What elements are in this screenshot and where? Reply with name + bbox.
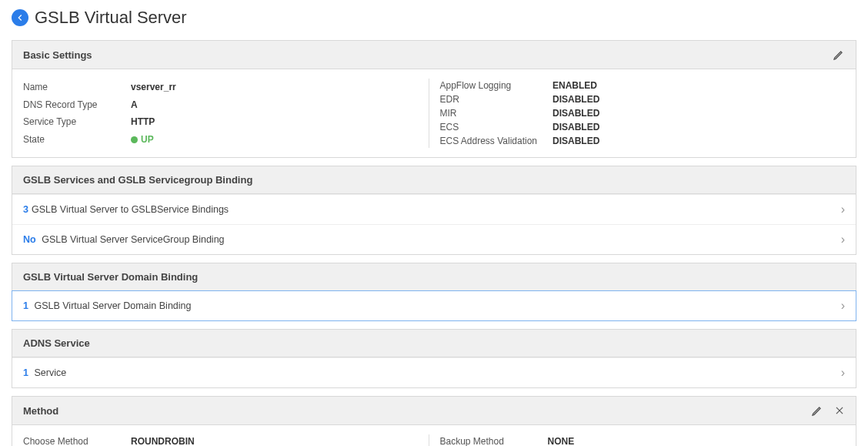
- pencil-icon: [833, 49, 845, 61]
- adns-service-row[interactable]: 1 Service ›: [12, 357, 856, 387]
- svc-label: Service Type: [23, 113, 131, 131]
- pencil-icon: [811, 404, 823, 417]
- svc-value: HTTP: [131, 113, 429, 131]
- appflow-label: AppFlow Logging: [440, 79, 553, 92]
- chevron-right-icon: ›: [841, 203, 845, 216]
- basic-left-column: Namevserver_rr DNS Record TypeA Service …: [23, 79, 429, 148]
- mir-label: MIR: [440, 106, 553, 120]
- section-title: GSLB Services and GSLB Servicegroup Bind…: [23, 174, 252, 186]
- basic-settings-header: Basic Settings: [12, 41, 856, 69]
- choose-value: ROUNDROBIN: [131, 434, 429, 446]
- binding-text: GSLB Virtual Server ServiceGroup Binding: [42, 234, 224, 245]
- chevron-right-icon: ›: [841, 299, 845, 313]
- adns-section: ADNS Service 1 Service ›: [12, 329, 856, 388]
- binding-text: GSLB Virtual Server to GSLBService Bindi…: [32, 204, 229, 215]
- services-section: GSLB Services and GSLB Servicegroup Bind…: [12, 166, 856, 255]
- domain-binding-row[interactable]: 1 GSLB Virtual Server Domain Binding ›: [12, 290, 856, 321]
- domain-binding-header: GSLB Virtual Server Domain Binding: [12, 263, 856, 291]
- close-icon: [834, 405, 845, 416]
- method-header: Method: [12, 397, 856, 425]
- ecsval-label: ECS Address Validation: [440, 134, 553, 148]
- basic-right-column: AppFlow LoggingENABLED EDRDISABLED MIRDI…: [429, 79, 846, 148]
- dns-value: A: [131, 96, 429, 114]
- edit-button[interactable]: [833, 49, 845, 61]
- dns-label: DNS Record Type: [23, 96, 131, 114]
- mir-value: DISABLED: [553, 106, 845, 120]
- backup-label: Backup Method: [440, 434, 548, 446]
- method-right-column: Backup MethodNONE IPv6 Mask Length128 Dy…: [429, 434, 846, 446]
- chevron-right-icon: ›: [841, 233, 845, 246]
- method-section: Method Choose MethodROUNDROBIN Tolerance…: [12, 396, 856, 446]
- adns-header: ADNS Service: [12, 330, 856, 357]
- services-header: GSLB Services and GSLB Servicegroup Bind…: [12, 166, 856, 194]
- gslb-service-binding-row[interactable]: 3GSLB Virtual Server to GSLBService Bind…: [12, 194, 856, 224]
- backup-value: NONE: [548, 434, 846, 446]
- ecs-value: DISABLED: [553, 120, 845, 134]
- section-title: ADNS Service: [23, 337, 90, 349]
- back-button[interactable]: [12, 9, 28, 26]
- binding-text: GSLB Virtual Server Domain Binding: [34, 300, 191, 311]
- binding-count: 1: [23, 300, 28, 311]
- choose-label: Choose Method: [23, 434, 131, 446]
- status-dot-icon: [131, 136, 138, 143]
- ecsval-value: DISABLED: [553, 134, 845, 148]
- state-label: State: [23, 131, 131, 149]
- section-title: Method: [23, 405, 58, 417]
- edit-button[interactable]: [811, 404, 823, 417]
- ecs-label: ECS: [440, 120, 553, 134]
- binding-count: 3: [23, 204, 28, 215]
- binding-count: 1: [23, 367, 28, 378]
- binding-count: No: [23, 234, 36, 245]
- chevron-right-icon: ›: [841, 366, 845, 380]
- name-value: vserver_rr: [131, 79, 429, 96]
- appflow-value: ENABLED: [553, 79, 845, 92]
- close-button[interactable]: [834, 405, 845, 416]
- basic-settings-body: Namevserver_rr DNS Record TypeA Service …: [12, 69, 856, 157]
- binding-text: Service: [34, 367, 66, 378]
- edr-value: DISABLED: [553, 92, 845, 106]
- page-title: GSLB Virtual Server: [35, 8, 187, 28]
- domain-binding-section: GSLB Virtual Server Domain Binding 1 GSL…: [12, 263, 856, 321]
- gslb-servicegroup-binding-row[interactable]: No GSLB Virtual Server ServiceGroup Bind…: [12, 224, 856, 254]
- edr-label: EDR: [440, 92, 553, 106]
- basic-settings-section: Basic Settings Namevserver_rr DNS Record…: [12, 40, 856, 158]
- name-label: Name: [23, 79, 131, 96]
- method-body: Choose MethodROUNDROBIN Tolerance (ms)0 …: [12, 425, 856, 446]
- page-header: GSLB Virtual Server: [12, 8, 856, 28]
- section-title: Basic Settings: [23, 49, 92, 61]
- section-title: GSLB Virtual Server Domain Binding: [23, 271, 198, 283]
- arrow-left-icon: [15, 12, 25, 23]
- method-left-column: Choose MethodROUNDROBIN Tolerance (ms)0 …: [23, 434, 429, 446]
- state-value: UP: [131, 131, 429, 149]
